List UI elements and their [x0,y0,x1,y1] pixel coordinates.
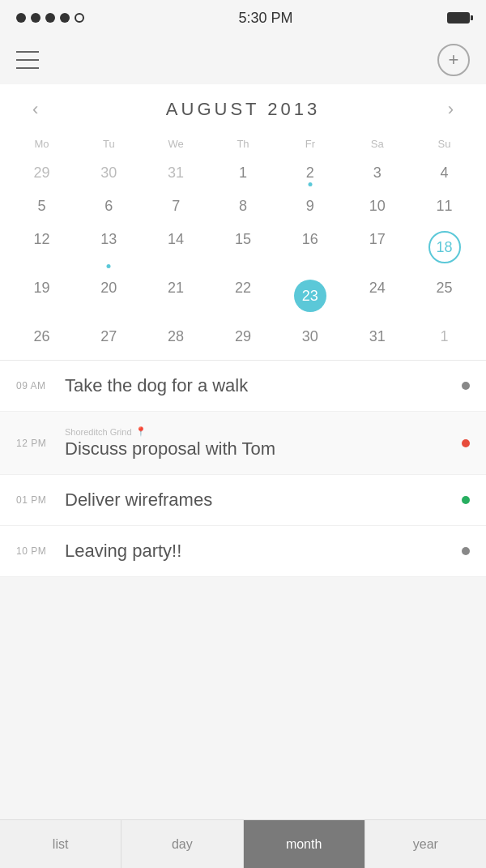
cal-day-17[interactable]: 17 [343,223,411,272]
event-time-4: 10 PM [16,545,58,557]
cal-day-26[interactable]: 26 [8,320,75,353]
event-indicator-1 [462,382,470,390]
calendar-grid: 29 30 31 1 2 3 4 5 6 7 8 9 10 11 12 13 1… [0,156,486,353]
cal-day-2[interactable]: 2 [276,156,343,190]
day-header-we: We [143,135,210,153]
cal-day-1[interactable]: 1 [210,156,277,190]
event-time-2: 12 PM [16,438,58,449]
cal-day-27[interactable]: 27 [75,320,143,353]
event-indicator-4 [462,547,470,555]
event-item-4[interactable]: 10 PM Leaving party!! [0,526,486,577]
event-details-1: Take the dog for a walk [58,375,462,396]
event-title-3: Deliver wireframes [65,490,462,511]
cal-day-28[interactable]: 28 [143,320,210,353]
event-indicator-3 [462,496,470,504]
month-navigation: ‹ AUGUST 2013 › [0,92,486,131]
cal-day-22[interactable]: 22 [210,272,277,320]
day-header-sa: Sa [343,135,411,153]
event-dot-13 [107,264,111,268]
event-item-2[interactable]: 12 PM Shoreditch Grind 📍 Discuss proposa… [0,412,486,475]
event-title-2: Discuss proposal with Tom [65,438,462,460]
event-title-4: Leaving party!! [65,541,462,562]
event-details-2: Shoreditch Grind 📍 Discuss proposal with… [58,426,462,460]
hamburger-line-1 [16,51,39,53]
cal-day-9[interactable]: 9 [276,190,343,223]
cal-day-29[interactable]: 29 [210,320,277,353]
location-text-2: Shoreditch Grind [65,427,132,437]
event-indicator-2 [462,439,470,447]
month-title: AUGUST 2013 [166,99,320,120]
dot-1 [16,13,26,23]
cal-day-15[interactable]: 15 [210,223,277,272]
event-item-1[interactable]: 09 AM Take the dog for a walk [0,361,486,412]
cal-day-14[interactable]: 14 [143,223,210,272]
cal-day-30-prev[interactable]: 30 [75,156,143,190]
cal-day-25[interactable]: 25 [411,272,478,320]
dot-2 [31,13,40,23]
event-title-1: Take the dog for a walk [65,375,462,396]
cal-day-23[interactable]: 23 [276,272,343,320]
add-button[interactable]: + [437,44,470,76]
event-dot-2 [308,182,312,186]
cal-day-3[interactable]: 3 [343,156,411,190]
cal-day-4[interactable]: 4 [411,156,478,190]
cal-day-16[interactable]: 16 [276,223,343,272]
event-time-1: 09 AM [16,380,58,391]
day-header-fr: Fr [276,135,343,153]
cal-day-7[interactable]: 7 [143,190,210,223]
dot-3 [45,13,55,23]
dot-4 [60,13,70,23]
day-header-mo: Mo [8,135,75,153]
cal-day-18[interactable]: 18 [411,223,478,272]
cal-day-24[interactable]: 24 [343,272,411,320]
cal-day-29-prev[interactable]: 29 [8,156,75,190]
cal-day-21[interactable]: 21 [143,272,210,320]
tab-day[interactable]: day [122,820,243,868]
hamburger-line-2 [16,59,39,61]
cal-day-13[interactable]: 13 [75,223,143,272]
cal-day-31[interactable]: 31 [343,320,411,353]
battery-icon [447,12,470,24]
top-bar: + [0,36,486,84]
cal-day-8[interactable]: 8 [210,190,277,223]
status-bar: 5:30 PM [0,0,486,36]
event-details-4: Leaving party!! [58,541,462,562]
event-dot-23 [308,313,312,317]
hamburger-line-3 [16,67,39,69]
event-details-3: Deliver wireframes [58,490,462,511]
cal-day-5[interactable]: 5 [8,190,75,223]
event-time-3: 01 PM [16,494,58,506]
tab-month[interactable]: month [244,820,365,868]
menu-button[interactable] [16,51,39,69]
cal-day-11[interactable]: 11 [411,190,478,223]
event-location-2: Shoreditch Grind 📍 [65,426,462,437]
tab-bar: list day month year [0,819,486,868]
cal-day-6[interactable]: 6 [75,190,143,223]
signal-dots [16,13,84,23]
day-header-su: Su [411,135,478,153]
dot-5 [75,13,84,23]
cal-day-31-prev[interactable]: 31 [143,156,210,190]
cal-day-20[interactable]: 20 [75,272,143,320]
location-pin-icon: 📍 [135,426,147,437]
cal-day-30[interactable]: 30 [276,320,343,353]
prev-month-button[interactable]: ‹ [24,99,46,120]
cal-day-1-next[interactable]: 1 [411,320,478,353]
cal-day-10[interactable]: 10 [343,190,411,223]
cal-day-12[interactable]: 12 [8,223,75,272]
cal-day-19[interactable]: 19 [8,272,75,320]
status-time: 5:30 PM [238,10,292,27]
event-item-3[interactable]: 01 PM Deliver wireframes [0,475,486,526]
calendar: ‹ AUGUST 2013 › Mo Tu We Th Fr Sa Su 29 … [0,84,486,361]
day-headers: Mo Tu We Th Fr Sa Su [0,131,486,156]
day-header-th: Th [210,135,277,153]
events-list: 09 AM Take the dog for a walk 12 PM Shor… [0,361,486,577]
day-header-tu: Tu [75,135,143,153]
next-month-button[interactable]: › [440,99,462,120]
tab-list[interactable]: list [0,820,122,868]
tab-year[interactable]: year [365,820,486,868]
